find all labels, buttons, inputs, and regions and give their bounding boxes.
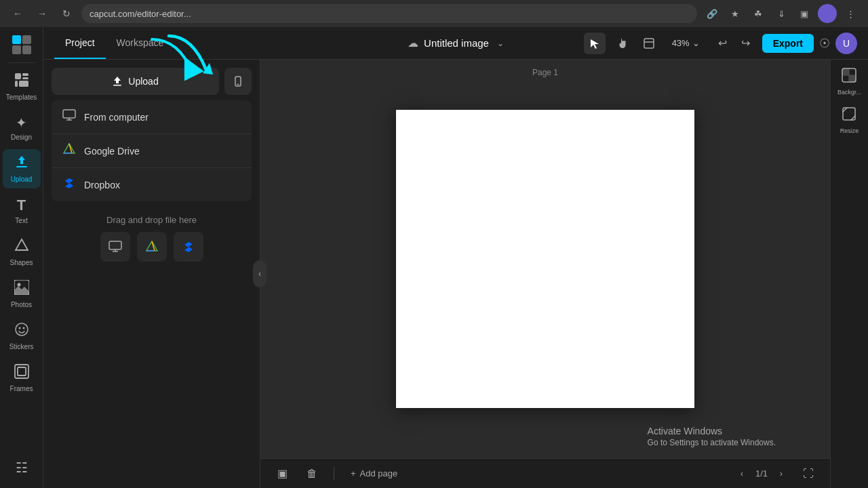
undo-redo-group: ↩ ↪ — [712, 33, 757, 54]
bottom-separator — [334, 467, 334, 481]
tab-workspace[interactable]: Workspace — [106, 27, 175, 59]
svg-rect-7 — [15, 81, 18, 87]
sidebar-item-text[interactable]: T Text — [3, 191, 41, 230]
reload-button[interactable]: ↻ — [57, 4, 76, 23]
background-icon — [842, 68, 856, 86]
forward-button[interactable]: → — [33, 4, 52, 23]
svg-point-13 — [16, 323, 28, 336]
svg-rect-9 — [16, 166, 27, 167]
sidebar-item-upload[interactable]: Upload — [3, 149, 41, 188]
user-avatar[interactable] — [818, 4, 837, 23]
svg-marker-36 — [184, 242, 193, 252]
add-page-btn[interactable]: + Add page — [345, 466, 403, 481]
icon-sidebar: Templates ✦ Design Upload T Text — [0, 27, 43, 488]
sidebar-item-templates[interactable]: Templates — [3, 67, 41, 106]
photos-label: Photos — [11, 301, 32, 308]
svg-rect-1 — [22, 35, 31, 44]
upload-label: Upload — [11, 176, 33, 183]
delete-btn[interactable]: 🗑 — [301, 463, 323, 485]
source-computer[interactable]: From computer — [52, 100, 252, 134]
photos-icon — [14, 280, 29, 298]
design-label: Design — [11, 134, 32, 141]
select-tool-btn[interactable] — [584, 33, 606, 54]
redo-btn[interactable]: ↪ — [735, 33, 757, 54]
user-avatar-header[interactable]: U — [835, 33, 857, 54]
right-panel-resize[interactable]: Resize — [840, 106, 859, 134]
add-page-label: Add page — [360, 468, 398, 479]
tab-project[interactable]: Project — [54, 27, 106, 59]
left-panel: Upload — [43, 60, 260, 488]
svg-rect-0 — [12, 35, 21, 44]
prev-page-btn[interactable]: ‹ — [734, 466, 750, 482]
canvas-wrapper[interactable] — [260, 60, 830, 458]
page-nav: ‹ 1/1 › — [734, 466, 789, 482]
templates-label: Templates — [6, 94, 37, 101]
more-icon: ☷ — [16, 460, 28, 476]
source-dropbox[interactable]: Dropbox — [52, 168, 252, 201]
cloud-icon: ☁ — [408, 37, 418, 49]
upload-gdrive-btn[interactable] — [137, 232, 167, 262]
tab-workspace-label: Workspace — [117, 37, 164, 48]
doc-title[interactable]: Untitled image — [424, 37, 489, 49]
shapes-label: Shapes — [10, 259, 33, 266]
upload-button[interactable]: Upload — [52, 68, 219, 95]
right-panel: Backgr... Resize — [830, 60, 868, 488]
sidebar-item-stickers[interactable]: Stickers — [3, 317, 41, 356]
stickers-icon — [14, 322, 29, 340]
frames-label: Frames — [10, 385, 33, 392]
download-icon[interactable]: ⇓ — [772, 4, 791, 23]
device-button[interactable] — [224, 68, 252, 95]
bottom-bar: ▣ 🗑 + Add page ‹ 1/1 › ⛶ — [260, 458, 830, 488]
svg-rect-3 — [22, 45, 31, 54]
resize-label: Resize — [840, 127, 859, 134]
fit-btn[interactable]: ⛶ — [797, 463, 819, 485]
bookmark-icon[interactable]: ★ — [726, 4, 745, 23]
stickers-label: Stickers — [9, 343, 34, 350]
frames-icon — [14, 364, 29, 382]
svg-point-15 — [22, 327, 24, 329]
tab-project-label: Project — [65, 37, 95, 48]
resize-icon — [842, 106, 856, 125]
back-button[interactable]: ← — [8, 4, 27, 23]
upload-btn-label: Upload — [128, 76, 158, 87]
svg-marker-10 — [16, 239, 28, 250]
share-icon[interactable]: 🔗 — [703, 4, 722, 23]
hand-tool-btn[interactable] — [611, 33, 633, 54]
svg-point-12 — [17, 283, 20, 287]
design-icon: ✦ — [16, 115, 27, 131]
undo-btn[interactable]: ↩ — [712, 33, 734, 54]
dropbox-icon — [62, 176, 76, 193]
export-button[interactable]: Export — [762, 34, 814, 53]
right-panel-background[interactable]: Backgr... — [837, 68, 861, 96]
extension-icon[interactable]: ☘ — [749, 4, 768, 23]
layout-icon[interactable]: ▣ — [795, 4, 814, 23]
sidebar-item-frames[interactable]: Frames — [3, 359, 41, 398]
sidebar-item-photos[interactable]: Photos — [3, 274, 41, 314]
header-center: ☁ Untitled image ⌄ — [408, 37, 504, 49]
doc-title-chevron[interactable]: ⌄ — [497, 39, 504, 48]
canvas-page[interactable] — [396, 110, 694, 408]
google-drive-label: Google Drive — [84, 146, 140, 157]
upload-computer-btn[interactable] — [100, 232, 130, 262]
next-page-btn[interactable]: › — [773, 466, 789, 482]
url-text: capcut.com/editor-editor... — [90, 9, 191, 19]
browser-bar: ← → ↻ capcut.com/editor-editor... 🔗 ★ ☘ … — [0, 0, 868, 27]
layout-tool-btn[interactable] — [638, 33, 660, 54]
text-label: Text — [15, 217, 27, 224]
svg-rect-8 — [19, 81, 28, 87]
sidebar-item-shapes[interactable]: Shapes — [3, 232, 41, 272]
panel-collapse-handle[interactable]: ‹ — [253, 260, 267, 287]
address-bar[interactable]: capcut.com/editor-editor... — [81, 4, 697, 23]
zoom-control[interactable]: 43% ⌄ — [665, 35, 707, 51]
menu-icon[interactable]: ⋮ — [841, 4, 860, 23]
source-google-drive[interactable]: Google Drive — [52, 134, 252, 168]
sidebar-item-design[interactable]: ✦ Design — [3, 109, 41, 146]
shield-icon[interactable]: ☉ — [819, 36, 830, 51]
sidebar-item-more[interactable]: ☷ — [3, 454, 41, 481]
focus-btn[interactable]: ▣ — [271, 463, 293, 485]
upload-dropbox-btn[interactable] — [174, 232, 203, 262]
zoom-chevron: ⌄ — [692, 38, 700, 48]
header-tools: 43% ⌄ ↩ ↪ Export ☉ U — [584, 33, 857, 54]
app-logo[interactable] — [9, 33, 34, 57]
upload-icons-row — [54, 232, 249, 262]
